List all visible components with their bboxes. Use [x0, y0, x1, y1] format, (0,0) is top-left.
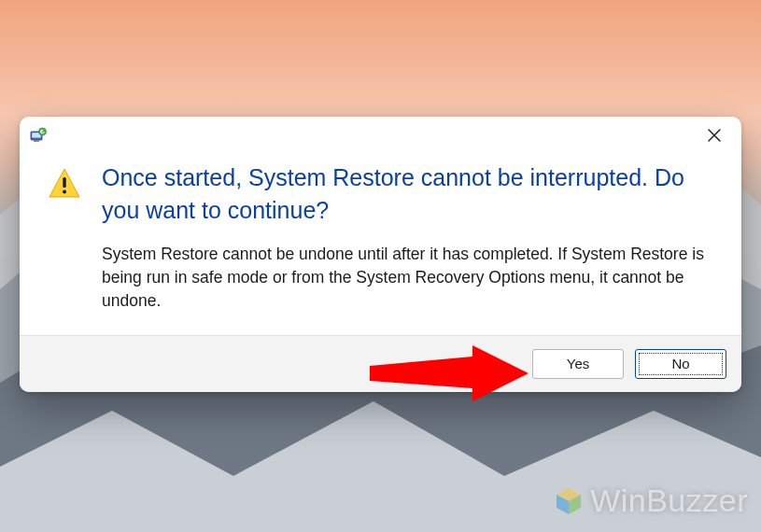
dialog-body-text: System Restore cannot be undone until af…	[102, 243, 713, 313]
dialog-body: Once started, System Restore cannot be i…	[20, 156, 741, 335]
svg-point-5	[63, 190, 66, 194]
warning-icon	[48, 167, 81, 201]
system-restore-confirm-dialog: Once started, System Restore cannot be i…	[20, 117, 741, 392]
no-button[interactable]: No	[635, 349, 726, 379]
dialog-action-bar: Yes No	[20, 335, 741, 392]
close-button[interactable]	[698, 122, 730, 150]
svg-rect-4	[63, 177, 65, 188]
watermark: WinBuzzer	[553, 483, 748, 519]
watermark-text: WinBuzzer	[590, 483, 748, 518]
close-icon	[708, 129, 721, 145]
dialog-headline: Once started, System Restore cannot be i…	[102, 161, 713, 226]
watermark-logo-icon	[553, 485, 585, 517]
desktop-background: Once started, System Restore cannot be i…	[0, 0, 761, 532]
dialog-titlebar	[20, 117, 741, 156]
system-restore-icon	[29, 127, 48, 146]
svg-rect-2	[34, 140, 39, 142]
yes-button[interactable]: Yes	[532, 349, 624, 379]
